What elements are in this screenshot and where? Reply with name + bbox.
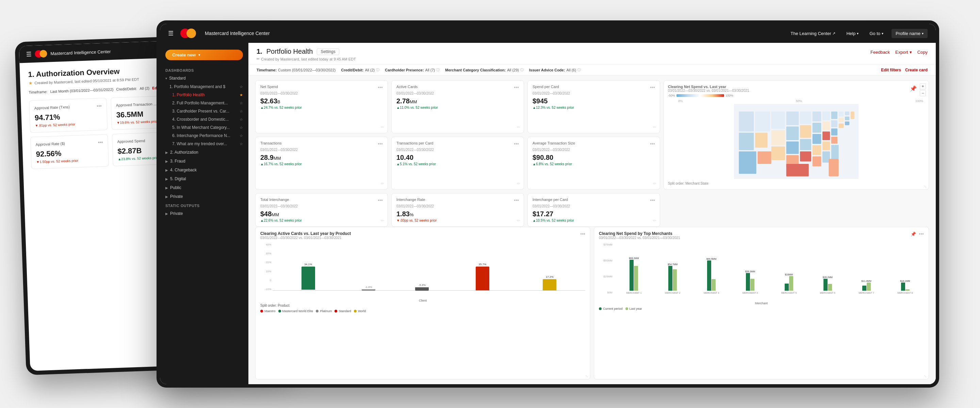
help-link[interactable]: Help ▾ — [843, 30, 861, 37]
bar1-label: 34.1% — [304, 263, 312, 266]
star-icon-portfolio[interactable]: ☆ — [240, 85, 243, 89]
left-metric-dots-0[interactable]: ••• — [97, 103, 102, 109]
interchange-rate-value: 1.83% — [396, 210, 519, 218]
create-new-button[interactable]: Create new ▾ — [165, 50, 243, 60]
issuer-info-icon[interactable]: ⓘ — [578, 68, 581, 72]
txn-per-card-edit-icon[interactable]: ✏ — [517, 181, 520, 186]
total-interchange-dots[interactable]: ••• — [378, 198, 383, 203]
left-metric-label-0: Approval Rate (Txns) — [34, 105, 70, 110]
timeframe-filter: Timeframe: Custom (03/01/2022—03/30/2022… — [256, 68, 336, 72]
sidebar-item-cardholder[interactable]: 3. Cardholder Present vs. Car... ☆ — [160, 107, 248, 115]
interchange-rate-edit-icon[interactable]: ✏ — [517, 218, 520, 223]
export-button[interactable]: Export ▾ — [895, 50, 912, 55]
net-spend-dots[interactable]: ••• — [378, 85, 383, 90]
left-metric-change-0: ▼.81pp vs. 52 weeks prior — [35, 121, 102, 127]
sidebar-item-trended-label: 7. What are my trended over... — [172, 141, 227, 146]
goto-link[interactable]: Go to ▾ — [867, 30, 886, 37]
total-interchange-change: ▲22.6% vs. 52 weeks prior — [260, 219, 383, 222]
cardholder-info-icon[interactable]: ⓘ — [436, 68, 440, 72]
left-metric-dots-3[interactable]: ••• — [98, 140, 103, 145]
sidebar-group-fraud[interactable]: ▶ 3. Fraud — [160, 157, 248, 165]
merchant-category-value: All (29) — [507, 68, 519, 72]
hamburger-icon-main[interactable]: ☰ — [168, 30, 173, 37]
learning-center-link[interactable]: The Learning Center ↗ — [788, 30, 838, 37]
transactions-edit-icon[interactable]: ✏ — [381, 181, 384, 186]
transactions-dots[interactable]: ••• — [378, 141, 383, 146]
state-oh — [831, 111, 837, 119]
sidebar-group-private[interactable]: ▶ Private — [160, 192, 248, 201]
filters-toolbar: Timeframe: Custom (03/01/2022—03/30/2022… — [248, 65, 936, 76]
create-card-button[interactable]: Create card — [905, 68, 928, 72]
spend-per-card-dots[interactable]: ••• — [650, 85, 655, 90]
star-icon-interchange[interactable]: ☆ — [240, 133, 243, 138]
profile-name-label: Profile name — [896, 31, 920, 36]
sidebar-group-authorization[interactable]: ▶ 2. Authorization — [160, 148, 248, 157]
sidebar-item-portfolio-management[interactable]: 1. Portfolio Management and $ ☆ — [160, 83, 248, 91]
star-icon-health[interactable]: ★ — [240, 93, 243, 97]
net-spend-edit-icon[interactable]: ✏ — [381, 125, 384, 130]
spend-per-card-edit-icon[interactable]: ✏ — [653, 125, 656, 130]
left-metric-approval-rate-dollar: Approval Rate ($) ••• 92.56% ▼1.50pp vs.… — [30, 134, 109, 169]
avg-txn-size-dots[interactable]: ••• — [650, 141, 655, 146]
active-cards-dots[interactable]: ••• — [514, 85, 519, 90]
spend-per-card-date: 03/01/2022—03/30/2022 — [533, 92, 655, 95]
create-new-label: Create new — [172, 52, 196, 57]
total-interchange-edit-icon[interactable]: ✏ — [381, 218, 384, 223]
map-pin-icon[interactable]: 📌 — [910, 85, 917, 92]
active-cards-chart-title: Clearing Active Cards vs. Last year by P… — [260, 231, 351, 236]
interchange-per-card-dots[interactable]: ••• — [650, 198, 655, 203]
resize-handle[interactable]: ⤡ — [924, 185, 927, 188]
sidebar-group-chargeback[interactable]: ▶ 4. Chargeback — [160, 165, 248, 175]
legend-last-year: Last year — [625, 307, 642, 310]
sidebar-group-static-private[interactable]: ▶ Private — [160, 209, 248, 218]
sidebar-group-chargeback-label: 4. Chargeback — [170, 168, 197, 172]
legend-standard: Standard — [334, 310, 351, 313]
star-icon-trended[interactable]: ☆ — [240, 142, 243, 146]
zoom-out-button[interactable]: − — [920, 90, 926, 96]
copy-button[interactable]: Copy — [917, 50, 928, 55]
hamburger-icon-left[interactable]: ☰ — [26, 50, 32, 58]
interchange-per-card-edit-icon[interactable]: ✏ — [653, 218, 656, 223]
m4-last-bar — [750, 279, 754, 291]
maestro-label: Maestro — [264, 310, 275, 313]
chart2-resize-handle[interactable]: ⤡ — [924, 374, 927, 378]
m3-current-bar — [707, 260, 711, 291]
sidebar-item-trended[interactable]: 7. What are my trended over... ☆ — [160, 140, 248, 148]
chart2-pin-icon[interactable]: 📌 — [911, 232, 916, 237]
cardholder-presence-value: All (7) — [425, 68, 435, 72]
merchant-info-icon[interactable]: ⓘ — [520, 68, 524, 72]
state-tn — [813, 145, 821, 155]
bar3-neg — [415, 287, 429, 291]
sidebar-item-full-portfolio[interactable]: 2. Full Portfolio Management... ☆ — [160, 99, 248, 107]
metrics-map-area: Net Spend ••• 03/01/2022—03/30/2022 $2.6… — [248, 76, 936, 190]
star-icon-cardholder[interactable]: ☆ — [240, 109, 243, 114]
metric-transactions: Transactions ••• 03/01/2022—03/30/2022 2… — [255, 137, 388, 190]
star-icon-full-portfolio[interactable]: ☆ — [240, 101, 243, 105]
world-elite-dot — [278, 310, 281, 313]
settings-button[interactable]: Settings — [317, 48, 339, 55]
interchange-rate-dots[interactable]: ••• — [514, 198, 519, 203]
sidebar-item-interchange[interactable]: 6. Interchange Performance N... ☆ — [160, 132, 248, 140]
left-timeframe-value: Last Month (03/01/2022—03/31/2022) — [50, 87, 113, 94]
sidebar-group-standard[interactable]: ▾ Standard — [160, 74, 248, 83]
y-axis-neg10: -10% — [260, 287, 271, 291]
metric-active-cards: Active Cards ••• 03/01/2022—03/30/2022 2… — [391, 80, 524, 133]
profile-menu[interactable]: Profile name ▾ — [891, 29, 928, 38]
star-icon-crossborder[interactable]: ☆ — [240, 117, 243, 122]
chart1-resize-handle[interactable]: ⤡ — [585, 374, 589, 378]
sidebar-item-merchant-category[interactable]: 5. In What Merchant Category... ☆ — [160, 124, 248, 132]
avg-txn-size-edit-icon[interactable]: ✏ — [653, 181, 656, 186]
edit-filters-button[interactable]: Edit filters — [881, 68, 901, 72]
net-spend-chart-dots[interactable]: ••• — [919, 231, 924, 237]
sidebar-item-portfolio-health[interactable]: 1. Portfolio Health ★ — [160, 91, 248, 99]
sidebar-group-digital[interactable]: ▶ 5. Digital — [160, 175, 248, 183]
sidebar-item-crossborder[interactable]: 4. Crossborder and Domestic... ☆ — [160, 115, 248, 124]
active-cards-edit-icon[interactable]: ✏ — [517, 125, 520, 130]
txn-per-card-dots[interactable]: ••• — [514, 141, 519, 146]
sidebar-group-public[interactable]: ▶ Public — [160, 183, 248, 192]
feedback-button[interactable]: Feedback — [870, 50, 890, 55]
active-cards-chart-dots[interactable]: ••• — [580, 231, 585, 237]
star-icon-merchant-category[interactable]: ☆ — [240, 125, 243, 130]
zoom-in-button[interactable]: + — [920, 83, 926, 89]
credit-debit-info-icon[interactable]: ⓘ — [376, 68, 379, 72]
